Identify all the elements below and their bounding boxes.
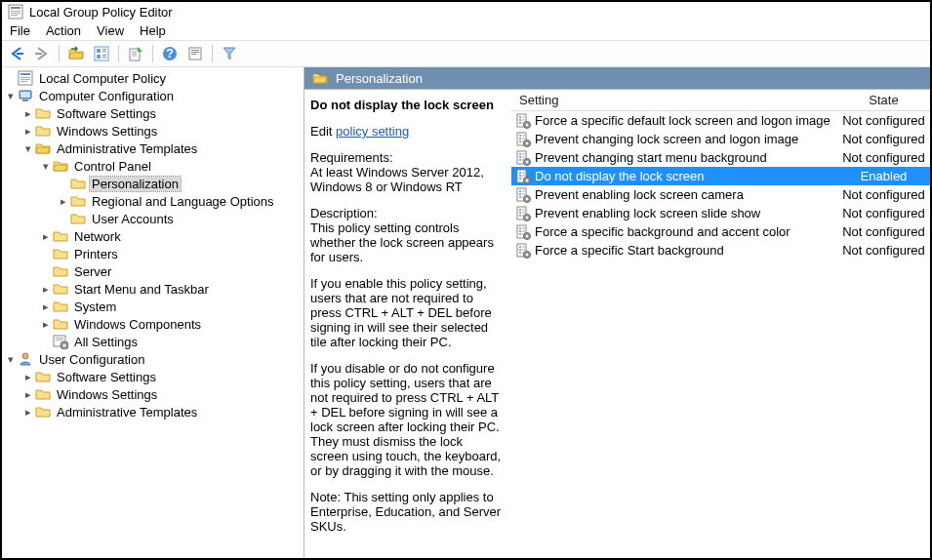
twisty-icon[interactable] xyxy=(21,124,35,138)
twisty-icon[interactable] xyxy=(39,229,53,243)
tree-user-windows[interactable]: Windows Settings xyxy=(4,385,304,403)
twisty-icon[interactable] xyxy=(21,141,35,155)
help-button[interactable] xyxy=(159,43,181,64)
twisty-icon[interactable] xyxy=(21,106,35,120)
tree-user-admin[interactable]: Administrative Templates xyxy=(4,403,304,420)
list-row[interactable]: Prevent changing lock screen and logon i… xyxy=(511,130,930,148)
twisty-icon[interactable] xyxy=(4,352,18,366)
tree-label: Windows Settings xyxy=(55,124,159,139)
setting-state: Not configured xyxy=(837,150,930,165)
list-row[interactable]: Force a specific Start backgroundNot con… xyxy=(511,241,930,260)
tree-label: Windows Components xyxy=(72,317,203,332)
right-body: Do not display the lock screen Edit poli… xyxy=(304,89,930,558)
tree-regional-options[interactable]: Regional and Language Options xyxy=(4,192,304,210)
twisty-icon[interactable] xyxy=(39,282,53,296)
setting-title: Do not display the lock screen xyxy=(310,98,494,112)
setting-state: Not configured xyxy=(837,224,930,239)
list-row[interactable]: Prevent enabling lock screen cameraNot c… xyxy=(511,185,930,204)
description-pane: Do not display the lock screen Edit poli… xyxy=(304,90,511,558)
policy-icon xyxy=(515,243,531,259)
gpedit-icon xyxy=(18,70,33,86)
back-button[interactable] xyxy=(6,43,27,64)
titlebar: Local Group Policy Editor xyxy=(2,2,930,21)
tree-network[interactable]: Network xyxy=(4,227,304,245)
twisty-icon[interactable] xyxy=(21,405,35,419)
tree-label: All Settings xyxy=(72,335,140,349)
tree-admin-templates[interactable]: Administrative Templates xyxy=(4,140,304,157)
folder-icon xyxy=(53,316,68,332)
description-body-3: If you disable or do not configure this … xyxy=(310,361,504,478)
setting-name: Prevent enabling lock screen slide show xyxy=(535,206,837,220)
tree-pane[interactable]: Local Computer Policy Computer Configura… xyxy=(2,67,304,558)
twisty-icon[interactable] xyxy=(39,159,53,173)
list-pane: Setting State Force a specific default l… xyxy=(511,90,930,558)
setting-name: Force a specific Start background xyxy=(535,243,837,258)
menu-action[interactable]: Action xyxy=(46,23,81,38)
setting-name: Do not display the lock screen xyxy=(535,169,837,183)
tree-label: Start Menu and Taskbar xyxy=(72,282,211,297)
folder-icon xyxy=(53,246,68,261)
tree-all-settings[interactable]: All Settings xyxy=(4,333,304,350)
tree-user-accounts[interactable]: User Accounts xyxy=(4,210,304,227)
description-body-4: Note: This setting only applies to Enter… xyxy=(310,490,504,534)
folder-icon xyxy=(70,211,86,226)
tree-windows-settings[interactable]: Windows Settings xyxy=(4,122,304,140)
twisty-icon[interactable] xyxy=(21,387,35,401)
col-state-header[interactable]: State xyxy=(837,90,930,110)
tree-root[interactable]: Local Computer Policy xyxy=(4,69,304,87)
right-header-title: Personalization xyxy=(336,71,423,86)
tree-software-settings[interactable]: Software Settings xyxy=(4,104,304,122)
list-row[interactable]: Force a specific background and accent c… xyxy=(511,222,930,241)
twisty-icon[interactable] xyxy=(57,194,70,208)
up-button[interactable] xyxy=(65,43,87,64)
policy-icon xyxy=(515,132,531,147)
twisty-icon[interactable] xyxy=(39,300,53,313)
list-row[interactable]: Prevent changing start menu backgroundNo… xyxy=(511,148,930,167)
twisty-icon[interactable] xyxy=(39,317,53,331)
tree-personalization[interactable]: Personalization xyxy=(4,175,304,192)
folder-icon xyxy=(35,105,51,121)
list-row[interactable]: Do not display the lock screenEnabled xyxy=(511,167,930,185)
description-body-2: If you enable this policy setting, users… xyxy=(310,276,504,349)
folder-icon xyxy=(35,404,51,420)
show-hide-button[interactable] xyxy=(91,43,112,64)
folder-open-icon xyxy=(312,70,328,86)
folder-icon xyxy=(53,263,68,279)
menu-help[interactable]: Help xyxy=(140,23,166,38)
requirements-body: At least Windows Server 2012, Windows 8 … xyxy=(310,165,504,194)
tree-system[interactable]: System xyxy=(4,298,304,315)
tree-windows-components[interactable]: Windows Components xyxy=(4,315,304,333)
menu-file[interactable]: File xyxy=(10,23,30,38)
twisty-icon[interactable] xyxy=(4,89,18,102)
twisty-icon[interactable] xyxy=(21,370,35,383)
tree-server[interactable]: Server xyxy=(4,262,304,280)
right-pane: Personalization Do not display the lock … xyxy=(304,67,930,558)
tree-label: Local Computer Policy xyxy=(37,71,168,86)
list-row[interactable]: Prevent enabling lock screen slide showN… xyxy=(511,204,930,222)
col-setting-header[interactable]: Setting xyxy=(511,90,837,110)
list-row[interactable]: Force a specific default lock screen and… xyxy=(511,111,930,130)
tree-computer-config[interactable]: Computer Configuration xyxy=(4,87,304,104)
tree-start-menu[interactable]: Start Menu and Taskbar xyxy=(4,280,304,298)
description-label: Description: xyxy=(310,206,504,220)
edit-policy-link[interactable]: policy setting xyxy=(336,124,409,139)
menu-view[interactable]: View xyxy=(97,23,124,38)
export-button[interactable] xyxy=(125,43,146,64)
main: Local Computer Policy Computer Configura… xyxy=(2,67,930,558)
tree-user-software[interactable]: Software Settings xyxy=(4,368,304,385)
setting-state: Not configured xyxy=(837,132,930,146)
tree-control-panel[interactable]: Control Panel xyxy=(4,157,304,175)
properties-button[interactable] xyxy=(184,43,206,64)
tree-printers[interactable]: Printers xyxy=(4,245,304,262)
user-icon xyxy=(18,351,33,367)
folder-icon xyxy=(35,123,51,139)
tree-user-config[interactable]: User Configuration xyxy=(4,350,304,368)
setting-state: Not configured xyxy=(837,113,930,128)
setting-name: Prevent changing lock screen and logon i… xyxy=(535,132,837,146)
right-header: Personalization xyxy=(304,67,930,89)
window-title: Local Group Policy Editor xyxy=(29,5,173,20)
setting-name: Prevent changing start menu background xyxy=(535,150,837,165)
tree-label: Software Settings xyxy=(55,106,158,121)
forward-button[interactable] xyxy=(31,43,53,64)
filter-button[interactable] xyxy=(219,43,240,64)
